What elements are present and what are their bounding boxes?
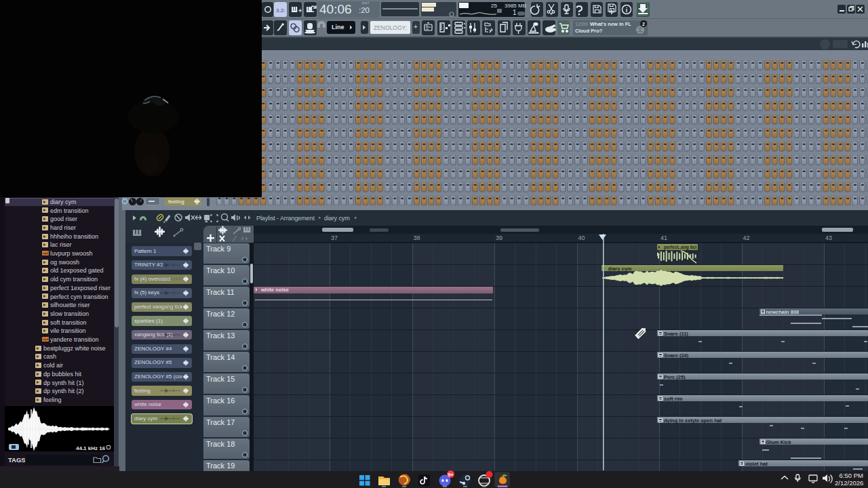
- svg-text:!: !: [814, 479, 814, 483]
- svg-text:2: 2: [642, 22, 645, 26]
- svg-text:i: i: [626, 7, 628, 14]
- svg-text:3.2:: 3.2:: [276, 7, 285, 14]
- svg-text:+: +: [298, 7, 302, 14]
- svg-text:9+: 9+: [448, 472, 454, 477]
